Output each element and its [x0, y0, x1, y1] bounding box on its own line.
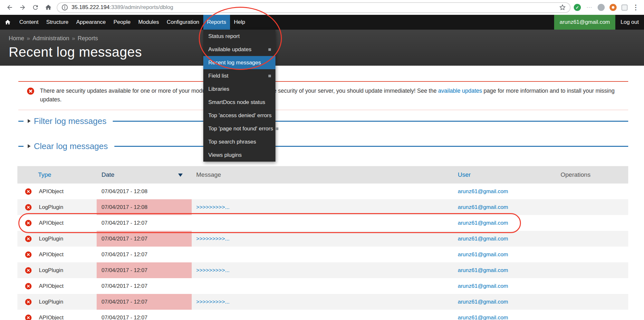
log-date-cell: 07/04/2017 - 12:07 — [97, 310, 192, 320]
user-column-header: User — [454, 166, 544, 184]
reports-menu-item[interactable]: Top 'page not found' errors — [203, 122, 275, 135]
menu-item-label: Top 'access denied' errors — [208, 112, 272, 119]
log-user-link[interactable]: arunz61@gmail.com — [458, 204, 508, 210]
back-button[interactable] — [3, 1, 16, 14]
log-message-link[interactable]: >>>>>>>>>... — [196, 236, 230, 242]
toolbar-item-help[interactable]: Help — [230, 15, 249, 30]
fieldset-clear-log-messages: Clear log messages — [18, 138, 628, 155]
toolbar-item-configuration[interactable]: Configuration — [163, 15, 203, 30]
reports-menu-item[interactable]: Libraries — [203, 82, 275, 96]
log-user-link[interactable]: arunz61@gmail.com — [458, 236, 508, 242]
page-info-icon[interactable] — [61, 4, 68, 11]
drupal-home-button[interactable] — [0, 15, 15, 30]
log-user-cell: arunz61@gmail.com — [454, 184, 544, 199]
error-status-icon — [25, 251, 32, 258]
reports-menu-item[interactable]: Available updates — [203, 43, 275, 56]
page-title: Recent log messages — [9, 44, 644, 60]
bookmark-star-icon[interactable] — [559, 4, 566, 11]
toolbar-item-structure[interactable]: Structure — [43, 15, 72, 30]
fieldset-filter-log-messages: Filter log messages — [18, 113, 628, 129]
reports-menu-item[interactable]: Views plugins — [203, 148, 275, 162]
reports-menu-item[interactable]: SmartDocs node status — [203, 96, 275, 109]
breadcrumb: Home»Administration»Reports — [9, 35, 644, 42]
extensions-area: ✓ ⋯ ⋮ — [574, 4, 639, 11]
error-status-icon — [25, 299, 32, 305]
logout-button[interactable]: Log out — [615, 15, 644, 30]
menu-item-label: SmartDocs node status — [208, 99, 271, 106]
log-user-link[interactable]: arunz61@gmail.com — [458, 267, 508, 273]
log-message-cell: >>>>>>>>>... — [192, 262, 454, 278]
log-date-cell: 07/04/2017 - 12:07 — [97, 294, 192, 310]
reports-menu-item[interactable]: Top search phrases — [203, 135, 275, 148]
reports-menu-item[interactable]: Recent log messages — [203, 56, 275, 69]
log-message-link[interactable]: >>>>>>>>>... — [196, 267, 230, 273]
menu-item-label: Field list — [208, 72, 266, 79]
log-message-cell: >>>>>>>>>... — [192, 199, 454, 215]
fieldset-border-left — [18, 121, 24, 122]
error-status-icon — [25, 188, 32, 195]
toolbar-item-modules[interactable]: Modules — [134, 15, 163, 30]
log-table-row: APIObject 07/04/2017 - 12:07 arunz61@gma… — [17, 215, 628, 231]
toolbar-item-appearance[interactable]: Appearance — [72, 15, 110, 30]
log-user-cell: arunz61@gmail.com — [454, 199, 544, 215]
log-date-cell: 07/04/2017 - 12:07 — [97, 215, 192, 231]
log-type-label: APIObject — [39, 315, 64, 320]
gray-extension-icon[interactable] — [598, 4, 605, 11]
refresh-button[interactable] — [29, 1, 42, 14]
reports-menu-item[interactable]: Field list — [203, 69, 275, 82]
overflow-dots-extension-icon[interactable]: ⋯ — [586, 4, 593, 11]
browser-menu-icon[interactable]: ⋮ — [632, 4, 639, 11]
log-user-link[interactable]: arunz61@gmail.com — [458, 251, 508, 258]
breadcrumb-home-link[interactable]: Home — [9, 35, 24, 42]
menu-item-badge — [268, 75, 271, 77]
page-header: Home»Administration»Reports Recent log m… — [0, 30, 644, 66]
log-table-row: LogPlugin 07/04/2017 - 12:08 >>>>>>>>>..… — [17, 199, 628, 215]
log-message-link[interactable]: >>>>>>>>>... — [196, 299, 230, 305]
log-type-label: APIObject — [39, 251, 64, 258]
sort-by-user-link[interactable]: User — [458, 171, 471, 178]
breadcrumb-reports-link[interactable]: Reports — [78, 35, 98, 42]
filter-log-messages-toggle[interactable]: Filter log messages — [34, 116, 106, 126]
log-message-cell — [192, 310, 454, 320]
log-type-cell: APIObject — [17, 184, 97, 199]
forward-button[interactable] — [16, 1, 29, 14]
toolbar-item-reports[interactable]: Reports Status report Available updates … — [203, 15, 230, 30]
available-updates-link[interactable]: available updates — [438, 88, 482, 94]
log-message-cell — [192, 184, 454, 199]
log-user-link[interactable]: arunz61@gmail.com — [458, 315, 508, 320]
address-bar[interactable]: 35.185.222.194:3389/admin/reports/dblog — [57, 2, 571, 13]
log-user-cell: arunz61@gmail.com — [454, 310, 544, 320]
square-extension-icon[interactable] — [621, 5, 628, 11]
breadcrumb-administration-link[interactable]: Administration — [33, 35, 69, 42]
fieldset-border-left — [18, 146, 24, 147]
sort-by-type-link[interactable]: Type — [38, 171, 51, 178]
log-user-link[interactable]: arunz61@gmail.com — [458, 220, 508, 226]
log-message-link[interactable]: >>>>>>>>>... — [196, 204, 230, 210]
clear-log-messages-toggle[interactable]: Clear log messages — [34, 141, 108, 151]
toolbar-item-content[interactable]: Content — [15, 15, 43, 30]
checkmark-extension-icon[interactable]: ✓ — [574, 4, 581, 11]
log-user-link[interactable]: arunz61@gmail.com — [458, 299, 508, 305]
collapsed-arrow-icon — [28, 144, 31, 148]
breadcrumb-separator: » — [27, 35, 30, 42]
operations-header-label: Operations — [561, 171, 591, 178]
account-button[interactable]: arunz61@gmail.com — [554, 15, 615, 30]
home-button[interactable] — [42, 1, 55, 14]
reports-menu-item[interactable]: Status report — [203, 30, 275, 43]
log-table-row: APIObject 07/04/2017 - 12:07 arunz61@gma… — [17, 310, 628, 320]
sort-by-date-link[interactable]: Date — [101, 171, 114, 178]
reports-menu-item[interactable]: Top 'access denied' errors — [203, 109, 275, 122]
log-user-cell: arunz61@gmail.com — [454, 262, 544, 278]
log-user-link[interactable]: arunz61@gmail.com — [458, 188, 508, 194]
orange-extension-icon[interactable] — [610, 4, 617, 11]
browser-toolbar: 35.185.222.194:3389/admin/reports/dblog … — [0, 0, 644, 15]
log-message-cell: >>>>>>>>>... — [192, 294, 454, 310]
log-user-link[interactable]: arunz61@gmail.com — [458, 283, 508, 289]
error-status-icon — [25, 220, 32, 226]
menu-item-label: Status report — [208, 33, 271, 40]
log-message-cell: >>>>>>>>>... — [192, 231, 454, 247]
log-table-row: APIObject 07/04/2017 - 12:08 arunz61@gma… — [17, 184, 628, 199]
log-date-cell: 07/04/2017 - 12:07 — [97, 262, 192, 278]
log-table-row: LogPlugin 07/04/2017 - 12:07 >>>>>>>>>..… — [17, 262, 628, 278]
toolbar-item-people[interactable]: People — [110, 15, 134, 30]
